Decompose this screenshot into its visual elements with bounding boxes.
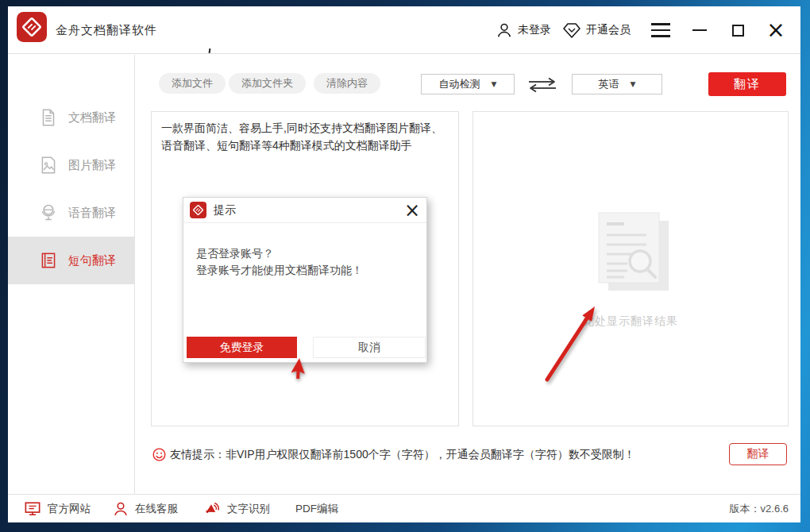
app-title: 金舟文档翻译软件 <box>56 6 157 54</box>
source-text: 一款界面简洁、容易上手,同时还支持文档翻译图片翻译、语音翻译、短句翻译等4种翻译… <box>152 112 458 161</box>
sidebar-item-image-translate[interactable]: 图片翻译 <box>8 141 135 189</box>
result-panel: 此处显示翻译结果 <box>472 111 789 426</box>
footer-link-label: 官方网站 <box>48 502 91 516</box>
sidebar: 文档翻译 图片翻译 语音翻译 <box>8 55 135 494</box>
source-language-select[interactable]: 自动检测 ▼ <box>421 74 515 94</box>
stray-mark <box>209 48 211 53</box>
clear-content-button[interactable]: 清除内容 <box>314 73 380 94</box>
footer-bar: 官方网站 在线客服 文字识别 <box>8 494 800 522</box>
document-icon <box>38 107 59 128</box>
footer-link-pdf-edit[interactable]: PDF编辑 <box>295 502 338 516</box>
cancel-button[interactable]: 取消 <box>313 337 426 358</box>
titlebar-controls: 未登录 开通会员 × <box>496 6 789 54</box>
desktop-background: 金舟文档翻译软件 未登录 开通会员 <box>0 0 810 532</box>
add-file-label: 添加文件 <box>172 77 213 89</box>
result-placeholder-text: 此处显示翻译结果 <box>473 314 788 329</box>
sidebar-item-label: 短句翻译 <box>68 253 116 268</box>
close-icon: × <box>766 19 785 41</box>
membership-label: 开通会员 <box>586 23 631 37</box>
sidebar-item-label: 图片翻译 <box>68 158 116 173</box>
app-logo-icon <box>17 12 47 42</box>
target-language-select[interactable]: 英语 ▼ <box>572 74 662 94</box>
sidebar-item-document-translate[interactable]: 文档翻译 <box>8 94 135 141</box>
chevron-down-icon: ▼ <box>631 80 636 88</box>
free-login-button[interactable]: 免费登录 <box>187 337 297 358</box>
minimize-icon <box>692 29 707 31</box>
smiley-icon <box>152 448 166 461</box>
dialog-title: 提示 <box>214 203 236 218</box>
maximize-icon <box>732 25 744 37</box>
titlebar: 金舟文档翻译软件 未登录 开通会员 <box>8 6 800 54</box>
swap-languages-icon[interactable] <box>524 75 561 95</box>
footer-link-customer-service[interactable]: 在线客服 <box>113 501 178 517</box>
user-icon <box>496 21 513 39</box>
login-status-label: 未登录 <box>518 23 551 37</box>
microphone-icon <box>38 202 59 223</box>
clear-content-label: 清除内容 <box>326 77 368 89</box>
footer-link-label: PDF编辑 <box>295 502 338 516</box>
footer-link-ocr[interactable]: 文字识别 <box>203 500 270 518</box>
gem-icon <box>562 21 581 40</box>
monitor-icon <box>24 501 41 517</box>
dialog-close-icon[interactable]: × <box>404 199 420 222</box>
dialog-logo-icon <box>190 202 206 218</box>
dialog-titlebar: 提示 × <box>183 198 426 223</box>
service-person-icon <box>113 501 129 517</box>
sidebar-item-label: 语音翻译 <box>68 206 116 221</box>
dialog-message-line2: 登录账号才能使用文档翻译功能！ <box>196 262 363 279</box>
source-language-value: 自动检测 <box>439 77 480 91</box>
add-folder-label: 添加文件夹 <box>241 77 293 89</box>
close-button[interactable]: × <box>762 17 789 44</box>
sidebar-item-label: 文档翻译 <box>68 110 116 125</box>
sidebar-item-voice-translate[interactable]: 语音翻译 <box>8 189 135 237</box>
sentence-icon <box>38 250 59 271</box>
translate-button[interactable]: 翻译 <box>708 72 786 96</box>
tip-text: 友情提示：非VIP用户权限仅翻译前1500个字（字符），开通会员翻译字（字符）数… <box>170 448 635 462</box>
dialog-message-line1: 是否登录账号？ <box>196 245 363 262</box>
translate-button-secondary[interactable]: 翻译 <box>729 443 787 465</box>
image-icon <box>38 155 59 175</box>
dialog-message: 是否登录账号？ 登录账号才能使用文档翻译功能！ <box>196 245 363 279</box>
menu-button[interactable] <box>646 20 675 40</box>
add-file-button[interactable]: 添加文件 <box>159 73 226 94</box>
minimize-button[interactable] <box>686 17 713 44</box>
version-label: 版本：v2.6.6 <box>730 502 789 516</box>
document-placeholder-icon <box>592 211 675 294</box>
sidebar-item-sentence-translate[interactable]: 短句翻译 <box>8 237 135 284</box>
target-language-value: 英语 <box>599 77 619 91</box>
megaphone-icon <box>203 500 221 518</box>
membership-button[interactable]: 开通会员 <box>562 21 631 40</box>
footer-link-label: 文字识别 <box>227 502 270 516</box>
login-status[interactable]: 未登录 <box>496 21 551 39</box>
footer-link-label: 在线客服 <box>135 502 178 516</box>
chevron-down-icon: ▼ <box>492 80 497 88</box>
footer-link-official-site[interactable]: 官方网站 <box>24 501 91 517</box>
add-folder-button[interactable]: 添加文件夹 <box>229 73 306 94</box>
maximize-button[interactable] <box>724 17 751 44</box>
login-prompt-dialog: 提示 × 是否登录账号？ 登录账号才能使用文档翻译功能！ 免费登录 取消 <box>183 197 427 363</box>
